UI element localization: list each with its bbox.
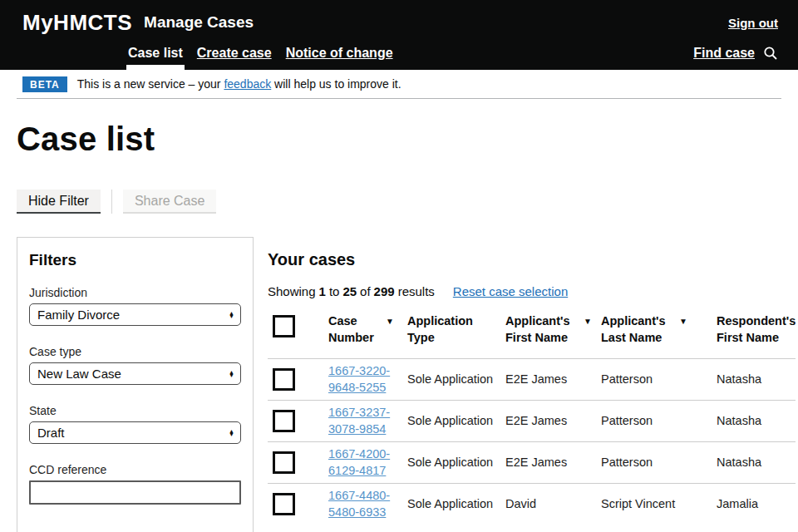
applicant-first-name-cell: E2E James: [505, 413, 601, 430]
content-area: Filters Jurisdiction Family Divorce ▲▼ C…: [17, 237, 793, 532]
showing-word: Showing: [268, 284, 316, 298]
state-select[interactable]: Draft ▲▼: [29, 421, 241, 444]
applicant-last-name-cell: Patterson: [601, 455, 717, 471]
beta-badge: BETA: [22, 76, 67, 92]
feedback-link[interactable]: feedback: [224, 77, 271, 91]
ccd-reference-field: CCD reference: [29, 463, 241, 505]
toolbar-divider: [111, 190, 112, 214]
column-header-applicant-last-name[interactable]: Applicant's Last Name ▼: [601, 313, 717, 346]
ccd-reference-label: CCD reference: [29, 463, 241, 476]
row-checkbox[interactable]: [273, 368, 295, 391]
row-checkbox-cell: [268, 410, 324, 432]
row-checkbox-cell: [268, 493, 324, 515]
applicant-first-name-cell: David: [505, 496, 601, 513]
application-type-cell: Sole Application: [407, 413, 505, 430]
header-title-row: MyHMCTS Manage Cases Sign out: [0, 0, 798, 37]
case-type-value: New Law Case: [37, 367, 229, 381]
toolbar: Hide Filter Share Case: [17, 190, 793, 214]
column-header-case-number[interactable]: Case Number ▼: [324, 313, 407, 346]
brand-logo[interactable]: MyHMCTS: [22, 10, 132, 36]
tab-notice-of-change[interactable]: Notice of change: [286, 37, 393, 70]
results-title: Your cases: [268, 250, 796, 269]
respondent-first-name-cell: Natasha: [717, 455, 796, 471]
filters-panel: Filters Jurisdiction Family Divorce ▲▼ C…: [17, 237, 254, 532]
phase-text-after: will help us to improve it.: [271, 77, 401, 91]
applicant-first-name-cell: E2E James: [505, 455, 601, 471]
select-spinner-icon: ▲▼: [229, 429, 234, 436]
applicant-last-name-cell: Patterson: [601, 413, 717, 430]
respondent-first-name-cell: Jamalia: [717, 496, 796, 513]
case-number-link[interactable]: 1667-4480-5480-6933: [328, 489, 390, 519]
sort-descending-icon[interactable]: ▼: [679, 316, 687, 328]
reset-case-selection-link[interactable]: Reset case selection: [453, 284, 568, 298]
column-label: Case Number: [328, 313, 374, 346]
case-number-link[interactable]: 1667-3237-3078-9854: [328, 406, 390, 436]
case-number-cell: 1667-3220-9648-5255: [324, 363, 407, 396]
respondent-first-name-cell: Natasha: [717, 372, 796, 388]
phase-text-before: This is a new service – your: [77, 77, 224, 91]
results-panel: Your cases Showing 1 to 25 of 299 result…: [268, 237, 796, 525]
select-spinner-icon: ▲▼: [229, 311, 234, 318]
jurisdiction-select[interactable]: Family Divorce ▲▼: [29, 303, 241, 326]
row-checkbox-cell: [268, 368, 324, 391]
find-case-link[interactable]: Find case: [693, 37, 755, 70]
jurisdiction-value: Family Divorce: [37, 308, 229, 322]
column-label: Respondent's First Name: [717, 313, 796, 346]
applicant-last-name-cell: Patterson: [601, 372, 717, 388]
column-header-respondent-first-name[interactable]: Respondent's First Name: [717, 313, 796, 346]
filters-title: Filters: [29, 251, 241, 269]
row-checkbox[interactable]: [273, 493, 295, 515]
case-number-link[interactable]: 1667-4200-6129-4817: [328, 447, 390, 477]
select-spinner-icon: ▲▼: [229, 370, 234, 377]
case-table: Case Number ▼ Application Type Applicant…: [268, 312, 796, 525]
column-label: Applicant's Last Name: [601, 313, 667, 346]
results-summary: Showing 1 to 25 of 299 results Reset cas…: [268, 284, 796, 298]
case-type-field: Case type New Law Case ▲▼: [29, 345, 241, 385]
hide-filter-button[interactable]: Hide Filter: [17, 190, 101, 214]
column-header-applicant-first-name[interactable]: Applicant's First Name ▼: [505, 313, 601, 346]
tab-create-case[interactable]: Create case: [197, 37, 272, 70]
state-label: State: [29, 404, 241, 417]
ccd-reference-input[interactable]: [29, 480, 241, 505]
table-row: 1667-4480-5480-6933 Sole Application Dav…: [268, 483, 796, 525]
column-label: Applicant's First Name: [505, 313, 572, 346]
column-label: Application Type: [407, 313, 477, 346]
results-word: results: [398, 284, 435, 298]
row-checkbox[interactable]: [273, 451, 295, 474]
table-header-row: Case Number ▼ Application Type Applicant…: [268, 312, 796, 358]
application-type-cell: Sole Application: [407, 455, 505, 471]
applicant-last-name-cell: Script Vincent: [601, 496, 717, 513]
page-container: Case list Hide Filter Share Case Filters…: [0, 121, 798, 532]
select-all-cell: [268, 313, 324, 337]
select-all-checkbox[interactable]: [273, 315, 295, 337]
share-case-button[interactable]: Share Case: [123, 190, 217, 214]
case-type-select[interactable]: New Law Case ▲▼: [29, 362, 241, 385]
showing-to: 25: [342, 284, 357, 298]
table-row: 1667-3220-9648-5255 Sole Application E2E…: [268, 358, 796, 400]
row-checkbox[interactable]: [273, 410, 295, 432]
case-number-cell: 1667-4480-5480-6933: [324, 488, 407, 520]
phase-banner-text: This is a new service – your feedback wi…: [77, 77, 401, 91]
state-value: Draft: [37, 426, 229, 440]
applicant-first-name-cell: E2E James: [505, 372, 601, 388]
tab-case-list[interactable]: Case list: [128, 37, 183, 70]
search-icon[interactable]: [763, 46, 778, 61]
sort-descending-icon[interactable]: ▼: [386, 316, 394, 328]
case-number-link[interactable]: 1667-3220-9648-5255: [328, 364, 390, 394]
respondent-first-name-cell: Natasha: [717, 413, 796, 430]
showing-to-word: to: [329, 284, 340, 298]
application-type-cell: Sole Application: [407, 496, 505, 513]
column-header-application-type[interactable]: Application Type: [407, 313, 505, 346]
main-nav: Case list Create case Notice of change F…: [0, 37, 798, 70]
jurisdiction-field: Jurisdiction Family Divorce ▲▼: [29, 286, 241, 326]
state-field: State Draft ▲▼: [29, 404, 241, 444]
app-title: Manage Cases: [144, 13, 254, 32]
showing-total: 299: [374, 284, 395, 298]
case-type-label: Case type: [29, 345, 241, 358]
sign-out-link[interactable]: Sign out: [728, 16, 778, 30]
phase-banner: BETA This is a new service – your feedba…: [0, 70, 798, 98]
sort-descending-icon[interactable]: ▼: [584, 316, 592, 328]
case-number-cell: 1667-4200-6129-4817: [324, 446, 407, 479]
page-title: Case list: [17, 121, 793, 158]
table-row: 1667-3237-3078-9854 Sole Application E2E…: [268, 400, 796, 441]
